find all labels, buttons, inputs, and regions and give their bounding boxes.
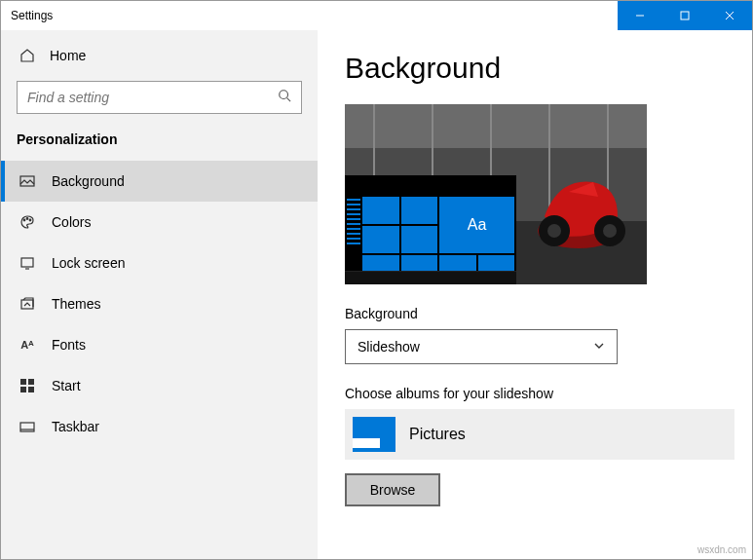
minimize-button[interactable] [618, 1, 662, 30]
svg-point-7 [23, 219, 25, 221]
sidebar-item-fonts[interactable]: AA Fonts [1, 324, 318, 365]
start-icon [19, 379, 36, 392]
sidebar-item-label: Fonts [52, 337, 86, 353]
background-label: Background [345, 306, 725, 321]
sidebar-item-label: Themes [52, 296, 101, 312]
sidebar-item-label: Background [52, 173, 125, 189]
page-title: Background [345, 52, 725, 85]
browse-button[interactable]: Browse [345, 473, 440, 506]
sidebar-item-themes[interactable]: Themes [1, 283, 318, 324]
sidebar-item-label: Start [52, 378, 81, 393]
titlebar: Settings [1, 1, 752, 30]
home-label: Home [50, 48, 86, 63]
themes-icon [19, 296, 36, 312]
sidebar-item-background[interactable]: Background [1, 161, 318, 202]
svg-rect-10 [21, 258, 33, 267]
svg-point-29 [547, 224, 561, 238]
svg-rect-21 [345, 104, 647, 148]
window-controls [618, 1, 752, 30]
sidebar-item-lock-screen[interactable]: Lock screen [1, 243, 318, 283]
svg-point-4 [280, 91, 288, 99]
svg-rect-1 [681, 12, 689, 19]
folder-icon [353, 417, 395, 452]
svg-rect-14 [28, 379, 34, 385]
svg-point-8 [26, 218, 28, 220]
chevron-down-icon [593, 339, 605, 355]
settings-window: Settings Home [0, 0, 753, 560]
svg-point-9 [29, 219, 31, 221]
maximize-button[interactable] [662, 1, 707, 30]
taskbar-icon [19, 419, 36, 434]
svg-rect-16 [28, 387, 34, 392]
albums-label: Choose albums for your slideshow [345, 386, 725, 401]
background-select-value: Slideshow [358, 339, 420, 355]
album-item[interactable]: Pictures [345, 409, 734, 460]
svg-point-31 [603, 224, 617, 238]
search-input[interactable] [27, 90, 278, 105]
lock-screen-icon [19, 255, 36, 271]
sidebar: Home Personalization Background [1, 30, 318, 559]
background-select[interactable]: Slideshow [345, 329, 618, 364]
home-icon [19, 48, 36, 63]
watermark: wsxdn.com [697, 544, 746, 555]
category-heading: Personalization [1, 131, 318, 161]
palette-icon [19, 214, 36, 230]
search-box[interactable] [17, 81, 302, 114]
picture-icon [19, 173, 36, 189]
preview-taskbar [345, 271, 516, 284]
window-title: Settings [1, 9, 53, 22]
sidebar-item-colors[interactable]: Colors [1, 202, 318, 243]
sidebar-item-label: Taskbar [52, 419, 99, 434]
search-wrap [1, 71, 318, 131]
fonts-icon: AA [19, 339, 36, 351]
svg-rect-17 [20, 423, 34, 431]
main-content: Background [318, 30, 752, 559]
svg-rect-12 [21, 300, 33, 309]
sidebar-item-start[interactable]: Start [1, 365, 318, 406]
close-button[interactable] [707, 1, 752, 30]
svg-line-5 [287, 98, 291, 102]
svg-rect-13 [20, 379, 26, 385]
sidebar-item-label: Colors [52, 214, 91, 230]
home-link[interactable]: Home [1, 40, 318, 71]
desktop-preview: Aa [345, 104, 647, 284]
sidebar-item-taskbar[interactable]: Taskbar [1, 406, 318, 447]
preview-sample-text: Aa [439, 197, 514, 253]
search-icon [278, 89, 291, 106]
svg-rect-6 [20, 176, 34, 186]
album-name: Pictures [409, 426, 466, 443]
sidebar-item-label: Lock screen [52, 255, 125, 271]
body: Home Personalization Background [1, 30, 752, 559]
svg-rect-15 [20, 387, 26, 392]
